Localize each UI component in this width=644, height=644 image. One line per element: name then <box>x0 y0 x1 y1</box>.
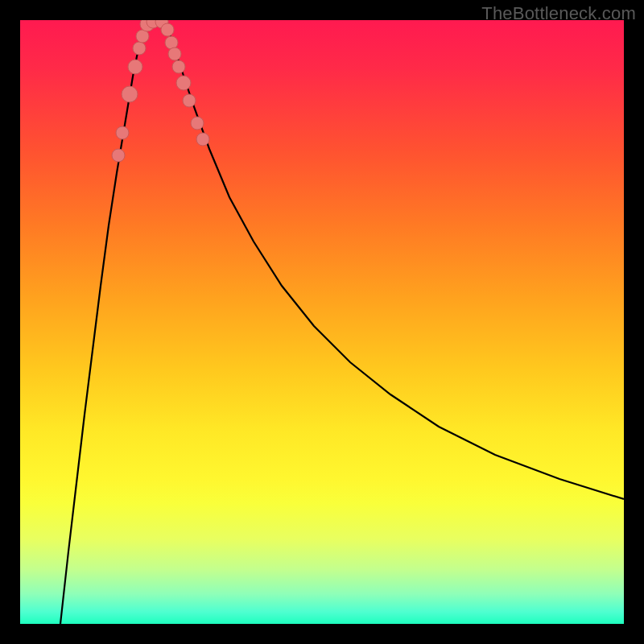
data-marker <box>161 23 174 36</box>
data-marker <box>176 76 191 90</box>
data-marker <box>116 126 129 139</box>
chart-frame: TheBottleneck.com <box>0 0 644 644</box>
curve-markers <box>112 20 209 162</box>
data-marker <box>122 86 138 102</box>
data-marker <box>196 133 209 146</box>
data-marker <box>172 60 185 73</box>
data-marker <box>133 42 146 55</box>
data-marker <box>191 117 204 130</box>
data-marker <box>112 149 125 162</box>
plot-area <box>20 20 624 624</box>
data-marker <box>183 94 196 107</box>
watermark-label: TheBottleneck.com <box>481 3 636 24</box>
curve-right-branch <box>163 20 624 499</box>
curve-left-branch <box>60 20 151 624</box>
data-marker <box>128 60 142 74</box>
bottleneck-curve <box>20 20 624 624</box>
data-marker <box>168 47 181 60</box>
data-marker <box>165 36 178 49</box>
